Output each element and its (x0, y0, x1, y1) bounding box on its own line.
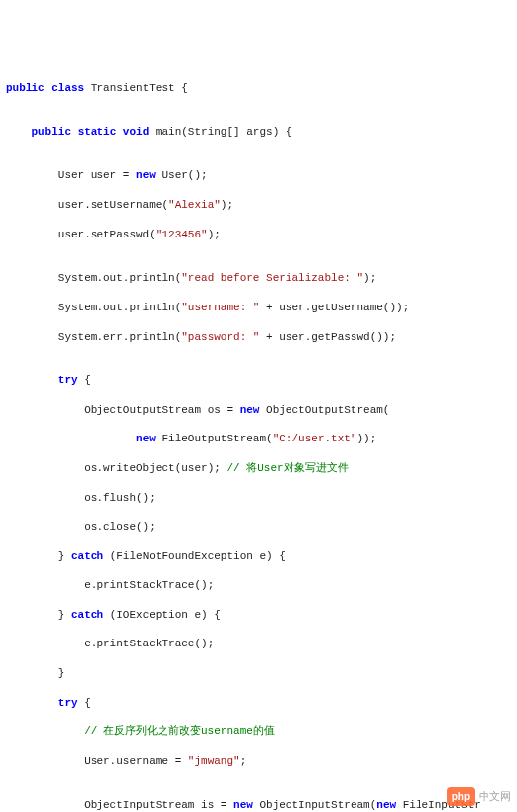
watermark: php 中文网 (447, 787, 511, 807)
code-block: public class TransientTest { public stat… (6, 66, 511, 812)
watermark-badge: php (447, 787, 475, 807)
keyword: public (6, 82, 45, 94)
watermark-text: 中文网 (479, 789, 511, 804)
